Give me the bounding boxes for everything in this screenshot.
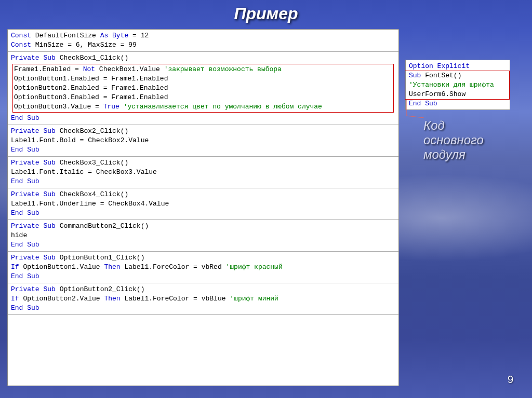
code-token: End Sub [11, 146, 39, 154]
code-line: OptionButton1.Enabled = Frame1.Enabled [14, 74, 392, 84]
code-line: Private Sub CheckBox2_Click() [11, 127, 395, 136]
code-token: End Sub [11, 209, 39, 217]
code-section: Const DefaultFontSize As Byte = 12Const … [8, 30, 398, 52]
code-token: OptionButton2.Value [23, 295, 104, 303]
code-token: End Sub [11, 114, 39, 122]
code-line: Private Sub OptionButton1_Click() [11, 253, 395, 263]
code-token: CheckBox2_Click() [60, 127, 129, 135]
code-token: Const [11, 41, 35, 49]
code-token: 'Установки для шрифта [409, 81, 494, 89]
code-line: Private Sub CheckBox3_Click() [11, 158, 395, 168]
code-token: Frame1.Enabled = [14, 65, 83, 73]
code-token: Then [104, 263, 120, 271]
code-line: End Sub [11, 177, 395, 186]
code-token: Private Sub [11, 285, 60, 293]
code-section: Private Sub OptionButton1_Click()If Opti… [8, 252, 398, 283]
code-section: Private Sub OptionButton2_Click()If Opti… [8, 283, 398, 315]
code-token: Sub [409, 72, 425, 79]
code-token: OptionButton1_Click() [60, 254, 145, 262]
slide: Пример Const DefaultFontSize As Byte = 1… [0, 0, 532, 398]
code-token: Private Sub [11, 159, 60, 167]
code-line: End Sub [11, 272, 395, 281]
code-token: CommandButton2_Click() [60, 222, 149, 230]
code-line: End Sub [11, 304, 395, 313]
code-token: Label1.ForeColor = vbBlue [121, 295, 230, 303]
code-token: Option Explicit [409, 62, 470, 70]
code-token: hide [11, 231, 27, 239]
code-token: End Sub [11, 304, 39, 312]
annotation-line: основного [423, 133, 484, 147]
code-token: CheckBox1_Click() [60, 54, 129, 62]
code-line: Private Sub CheckBox1_Click() [11, 53, 395, 63]
code-token: Label1.Font.Underline = CheckBox4.Value [11, 200, 169, 208]
code-token: Private Sub [11, 127, 60, 135]
code-token: 'устанавливается цвет по умолчанию в люб… [124, 103, 322, 111]
code-token: OptionButton2.Enabled = Frame1.Enabled [14, 84, 168, 92]
code-section [8, 315, 398, 318]
annotation-line: Код [423, 118, 484, 133]
code-line: Private Sub CheckBox4_Click() [11, 190, 395, 199]
code-token: Const [11, 32, 35, 39]
code-line: OptionButton2.Enabled = Frame1.Enabled [14, 84, 392, 93]
code-line: OptionButton3.Enabled = Frame1.Enabled [14, 93, 392, 102]
code-token: OptionButton2_Click() [60, 285, 145, 293]
code-line: Label1.Font.Underline = CheckBox4.Value [11, 199, 395, 209]
code-token: Not [83, 65, 95, 73]
code-token: End Sub [11, 241, 39, 249]
code-line: If OptionButton1.Value Then Label1.ForeC… [11, 263, 395, 272]
code-line: Private Sub CommandButton2_Click() [11, 222, 395, 231]
annotation-line: модуля [423, 147, 484, 162]
code-token: 'шрифт миний [230, 295, 278, 303]
code-token: End Sub [11, 272, 39, 280]
code-line: Label1.Font.Italic = CheckBox3.Value [11, 168, 395, 177]
code-token: True [103, 103, 124, 111]
highlight-box: Frame1.Enabled = Not CheckBox1.Value 'за… [12, 64, 394, 113]
code-section: Private Sub CheckBox1_Click()Frame1.Enab… [8, 52, 398, 125]
code-token: Label1.Font.Italic = CheckBox3.Value [11, 168, 157, 176]
code-token: OptionButton1.Enabled = Frame1.Enabled [14, 75, 168, 83]
code-token: OptionButton3.Value = [14, 103, 103, 111]
code-line: If OptionButton2.Value Then Label1.ForeC… [11, 294, 395, 304]
code-line: End Sub [11, 240, 395, 250]
code-section: Private Sub CheckBox4_Click()Label1.Font… [8, 188, 398, 220]
code-line: Const DefaultFontSize As Byte = 12 [11, 31, 395, 40]
slide-title: Пример [0, 4, 532, 23]
code-line: 'Установки для шрифта [409, 80, 507, 90]
code-line: Frame1.Enabled = Not CheckBox1.Value 'за… [14, 65, 392, 74]
code-token: 'закрывает возможность выбора [164, 65, 282, 73]
main-code-panel: Const DefaultFontSize As Byte = 12Const … [7, 29, 399, 386]
code-token: Label1.Font.Bold = CheckBox2.Value [11, 136, 149, 144]
code-line: Private Sub OptionButton2_Click() [11, 285, 395, 294]
code-line: UserForm6.Show [409, 90, 507, 99]
code-line: End Sub [11, 209, 395, 218]
code-token: MinSize = 6, MaxSize = 99 [35, 41, 137, 49]
code-line: End Sub [11, 114, 395, 123]
code-token: CheckBox1.Value [95, 65, 164, 73]
code-token: As Byte [100, 32, 129, 39]
code-section: Private Sub CommandButton2_Click()hideEn… [8, 220, 398, 252]
code-section: Private Sub CheckBox3_Click()Label1.Font… [8, 157, 398, 188]
code-token: Private Sub [11, 190, 60, 198]
code-line: hide [11, 231, 395, 240]
code-token: = 12 [128, 32, 149, 39]
page-number: 9 [508, 374, 513, 386]
code-token: Label1.ForeColor = vbRed [121, 263, 226, 271]
callout-connector [405, 100, 425, 120]
annotation-text: Кодосновногомодуля [423, 118, 484, 162]
code-token: End Sub [11, 177, 39, 185]
code-line: Label1.Font.Bold = CheckBox2.Value [11, 136, 395, 145]
code-token: CheckBox3_Click() [60, 159, 129, 167]
code-token: OptionButton1.Value [23, 263, 104, 271]
code-line: End Sub [11, 145, 395, 155]
code-token: FontSet() [425, 72, 461, 79]
code-token: 'шрифт красный [226, 263, 283, 271]
code-line: OptionButton3.Value = True 'устанавливае… [14, 102, 392, 112]
code-token: Then [104, 295, 120, 303]
code-token: OptionButton3.Enabled = Frame1.Enabled [14, 93, 168, 101]
code-section: Private Sub CheckBox2_Click()Label1.Font… [8, 125, 398, 157]
code-line: Const MinSize = 6, MaxSize = 99 [11, 40, 395, 50]
code-token: If [11, 263, 23, 271]
code-line: Option Explicit [409, 62, 507, 71]
code-token: Private Sub [11, 222, 60, 230]
code-line: Sub FontSet() [409, 71, 507, 80]
